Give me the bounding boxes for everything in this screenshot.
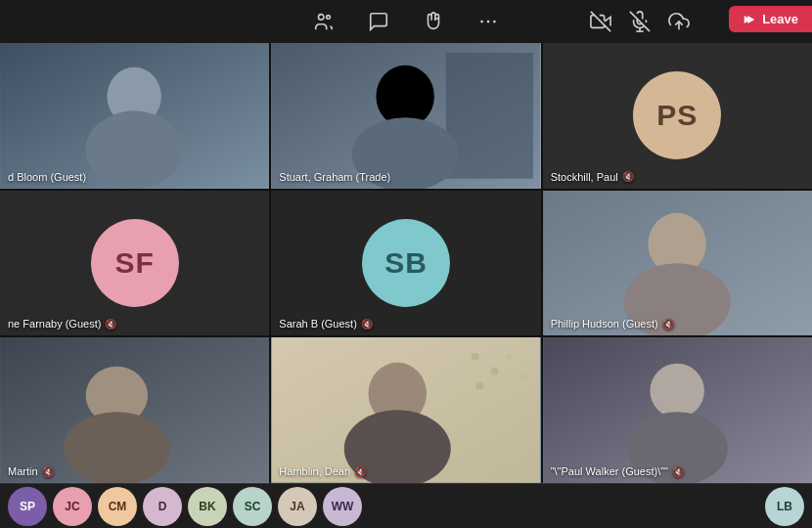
participant-jc[interactable]: JC bbox=[53, 487, 92, 526]
svg-point-12 bbox=[86, 110, 183, 188]
cell-name-paul: "\"Paul Walker (Guest)\"" 🔇 bbox=[551, 465, 684, 477]
video-cell-martin: Martin 🔇 bbox=[0, 337, 269, 483]
svg-rect-14 bbox=[446, 53, 533, 179]
svg-point-26 bbox=[491, 368, 499, 375]
participant-ww[interactable]: WW bbox=[323, 487, 362, 526]
cell-name-phillip: Phillip Hudson (Guest) 🔇 bbox=[551, 318, 674, 330]
participant-ja[interactable]: JA bbox=[278, 487, 317, 526]
cell-name-martin: Martin 🔇 bbox=[8, 465, 54, 477]
svg-point-29 bbox=[520, 374, 526, 379]
participant-sc[interactable]: SC bbox=[233, 487, 272, 526]
video-cell-phillip: Phillip Hudson (Guest) 🔇 bbox=[543, 191, 812, 336]
more-icon[interactable] bbox=[473, 6, 504, 37]
mic-off-icon[interactable] bbox=[624, 6, 655, 37]
people-icon[interactable] bbox=[308, 6, 339, 37]
participant-lb[interactable]: LB bbox=[765, 487, 804, 526]
video-cell-hamblin: Hamblin, Dean 🔇 bbox=[271, 337, 540, 483]
leave-button[interactable]: Leave bbox=[729, 6, 812, 32]
video-grid: d Bloom (Guest) Stuart, Graham (Trade) P… bbox=[0, 43, 812, 483]
video-cell-paul: "\"Paul Walker (Guest)\"" 🔇 bbox=[543, 337, 812, 483]
svg-point-27 bbox=[476, 382, 484, 390]
participant-sp[interactable]: SP bbox=[8, 487, 47, 526]
video-cell-farnaby: SF ne Farnaby (Guest) 🔇 bbox=[0, 191, 269, 336]
camera-off-icon[interactable] bbox=[585, 6, 616, 37]
mic-muted-icon-martin: 🔇 bbox=[42, 466, 54, 477]
bottom-strip: SP JC CM D BK SC JA WW LB bbox=[0, 483, 812, 528]
chat-icon[interactable] bbox=[363, 6, 394, 37]
mic-muted-icon-paul: 🔇 bbox=[672, 466, 684, 477]
cell-name-bloom: d Bloom (Guest) bbox=[8, 171, 86, 183]
mic-muted-icon-stockhill: 🔇 bbox=[622, 171, 634, 182]
cell-name-farnaby: ne Farnaby (Guest) 🔇 bbox=[8, 318, 116, 330]
avatar-farnaby: SF bbox=[91, 219, 179, 307]
mic-muted-icon-hamblin: 🔇 bbox=[354, 466, 366, 477]
participant-bk[interactable]: BK bbox=[188, 487, 227, 526]
svg-point-28 bbox=[507, 354, 513, 360]
svg-point-33 bbox=[650, 364, 704, 418]
toolbar: Leave bbox=[0, 0, 812, 43]
raise-hand-icon[interactable] bbox=[418, 6, 449, 37]
cell-name-stockhill: Stockhill, Paul 🔇 bbox=[551, 171, 634, 183]
cell-name-hamblin: Hamblin, Dean 🔇 bbox=[279, 465, 366, 477]
svg-point-0 bbox=[319, 15, 325, 21]
participant-d[interactable]: D bbox=[143, 487, 182, 526]
video-cell-stockhill: PS Stockhill, Paul 🔇 bbox=[543, 43, 812, 189]
mic-muted-icon-farnaby: 🔇 bbox=[105, 319, 116, 330]
svg-point-1 bbox=[327, 16, 331, 20]
mic-muted-icon-phillip: 🔇 bbox=[662, 319, 674, 330]
cell-name-sarahb: Sarah B (Guest) 🔇 bbox=[279, 318, 372, 330]
svg-point-2 bbox=[480, 21, 483, 23]
svg-point-3 bbox=[487, 21, 490, 23]
video-cell-sarahb: SB Sarah B (Guest) 🔇 bbox=[271, 191, 540, 336]
participant-cm[interactable]: CM bbox=[98, 487, 137, 526]
video-cell-graham: Stuart, Graham (Trade) bbox=[271, 43, 540, 189]
video-cell-bloom: d Bloom (Guest) bbox=[0, 43, 269, 189]
svg-point-23 bbox=[64, 413, 170, 483]
svg-point-25 bbox=[472, 353, 479, 361]
cell-name-graham: Stuart, Graham (Trade) bbox=[279, 171, 390, 183]
mic-muted-icon-sarahb: 🔇 bbox=[361, 319, 373, 330]
avatar-sarahb: SB bbox=[362, 219, 450, 307]
svg-point-4 bbox=[493, 21, 496, 23]
share-icon[interactable] bbox=[663, 6, 695, 37]
avatar-stockhill: PS bbox=[633, 71, 721, 159]
